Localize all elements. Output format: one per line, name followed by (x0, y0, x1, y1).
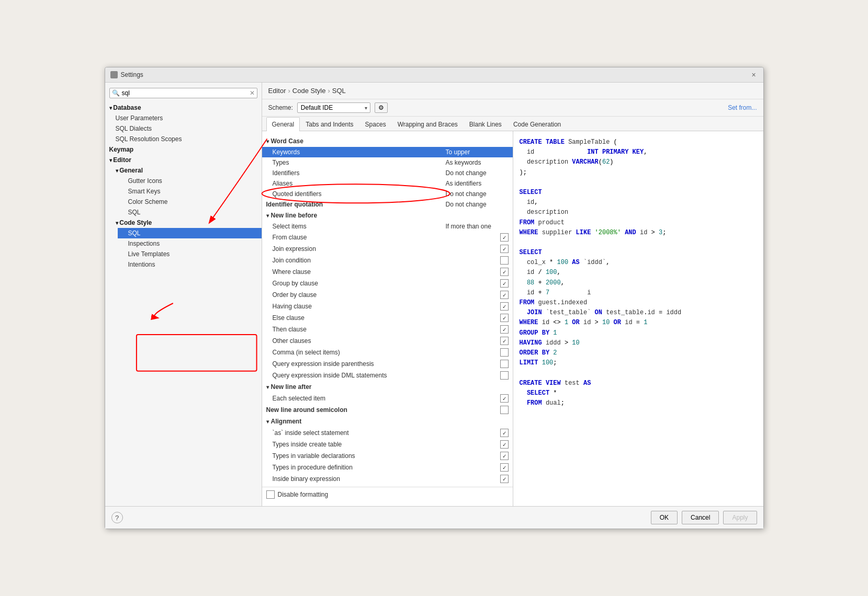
aliases-row[interactable]: Aliases As identifiers (262, 178, 513, 189)
order-by-clause-checkbox[interactable] (500, 291, 509, 299)
other-clauses-checkbox[interactable] (500, 337, 509, 345)
query-dml-checkbox[interactable] (500, 371, 509, 380)
sidebar-item-user-parameters[interactable]: User Parameters (105, 113, 262, 123)
identifiers-row[interactable]: Identifiers Do not change (262, 168, 513, 178)
sidebar-group-general[interactable]: General (114, 165, 262, 176)
identifiers-label: Identifiers (273, 169, 446, 177)
disable-formatting-checkbox[interactable] (266, 490, 275, 499)
keywords-row[interactable]: Keywords To upper (262, 147, 513, 157)
types-row[interactable]: Types As keywords (262, 157, 513, 168)
set-from-link[interactable]: Set from... (728, 104, 757, 111)
tab-tabs-indents[interactable]: Tabs and Indents (300, 117, 359, 131)
having-clause-checkbox[interactable] (500, 302, 509, 311)
sidebar-item-smart-keys[interactable]: Smart Keys (118, 186, 262, 197)
tab-blank-lines[interactable]: Blank Lines (464, 117, 508, 131)
close-button[interactable]: × (750, 71, 758, 79)
search-bar[interactable]: 🔍 ✕ (109, 88, 257, 98)
sidebar-item-sql-color[interactable]: SQL (118, 207, 262, 217)
each-selected-item-checkbox[interactable] (500, 394, 509, 403)
search-input[interactable] (122, 89, 250, 97)
cancel-button[interactable]: Cancel (682, 511, 719, 524)
ok-button[interactable]: OK (651, 511, 678, 524)
query-parenthesis-checkbox[interactable] (500, 360, 509, 368)
from-clause-checkbox[interactable] (500, 233, 509, 242)
where-clause-row[interactable]: Where clause (262, 266, 513, 278)
code-line-18: GROUP BY 1 (520, 328, 757, 338)
tab-code-generation[interactable]: Code Generation (508, 117, 567, 131)
join-condition-checkbox[interactable] (500, 256, 509, 265)
types-variable-checkbox[interactable] (500, 452, 509, 460)
section-alignment[interactable]: ▾ Alignment (262, 416, 513, 427)
comma-select-checkbox[interactable] (500, 348, 509, 357)
as-inside-select-checkbox[interactable] (500, 429, 509, 437)
scheme-label: Scheme: (268, 104, 293, 111)
inside-binary-row[interactable]: Inside binary expression (262, 473, 513, 485)
breadcrumb-sql: SQL (332, 87, 346, 95)
section-new-line-after[interactable]: ▾ New line after (262, 381, 513, 393)
group-by-clause-row[interactable]: Group by clause (262, 278, 513, 289)
sidebar-group-keymap[interactable]: Keymap (105, 144, 262, 155)
where-clause-label: Where clause (273, 268, 500, 276)
join-expression-row[interactable]: Join expression (262, 243, 513, 255)
sidebar-item-intentions[interactable]: Intentions (118, 259, 262, 270)
types-procedure-row[interactable]: Types in procedure definition (262, 462, 513, 473)
section-new-line-before[interactable]: ▾ New line before (262, 210, 513, 221)
order-by-clause-row[interactable]: Order by clause (262, 289, 513, 301)
settings-form: ▾ Word Case Keywords To upper Types As k… (262, 131, 513, 506)
help-button[interactable]: ? (111, 512, 123, 523)
scheme-select[interactable]: Default IDE (297, 102, 370, 113)
join-condition-row[interactable]: Join condition (262, 255, 513, 266)
sidebar-item-gutter-icons[interactable]: Gutter Icons (118, 176, 262, 186)
tab-spaces[interactable]: Spaces (359, 117, 392, 131)
sidebar-item-sql-code-style[interactable]: SQL (118, 228, 262, 238)
each-selected-item-row[interactable]: Each selected item (262, 393, 513, 404)
apply-button[interactable]: Apply (723, 511, 757, 524)
code-line-14: id + 7 i (520, 288, 757, 298)
sidebar-item-live-templates[interactable]: Live Templates (118, 249, 262, 259)
sidebar-item-color-scheme[interactable]: Color Scheme (118, 197, 262, 207)
types-create-table-checkbox[interactable] (500, 440, 509, 449)
then-clause-row[interactable]: Then clause (262, 324, 513, 335)
select-items-row[interactable]: Select items If more than one (262, 221, 513, 232)
new-line-semicolon-checkbox[interactable] (500, 406, 509, 414)
inside-binary-checkbox[interactable] (500, 475, 509, 483)
sidebar-group-database[interactable]: Database (105, 102, 262, 113)
sidebar-group-editor[interactable]: Editor (105, 155, 262, 165)
sidebar: 🔍 ✕ Database User Parameters SQL Dialect… (105, 83, 262, 506)
sidebar-group-code-style[interactable]: Code Style (114, 217, 262, 228)
join-expression-label: Join expression (273, 245, 500, 253)
else-clause-row[interactable]: Else clause (262, 312, 513, 324)
quoted-identifiers-value: Do not change (446, 190, 509, 198)
types-variable-row[interactable]: Types in variable declarations (262, 450, 513, 462)
types-create-table-row[interactable]: Types inside create table (262, 439, 513, 450)
tab-wrapping-braces[interactable]: Wrapping and Braces (392, 117, 464, 131)
breadcrumb-code-style[interactable]: Code Style (292, 87, 326, 95)
sidebar-item-inspections[interactable]: Inspections (118, 238, 262, 249)
types-procedure-checkbox[interactable] (500, 463, 509, 472)
as-inside-select-row[interactable]: `as` inside select statement (262, 427, 513, 439)
identifier-quotation-label: Identifier quotation (266, 201, 446, 208)
having-clause-label: Having clause (273, 303, 500, 310)
else-clause-checkbox[interactable] (500, 314, 509, 322)
then-clause-checkbox[interactable] (500, 325, 509, 334)
where-clause-checkbox[interactable] (500, 268, 509, 276)
search-clear-button[interactable]: ✕ (250, 89, 255, 97)
quoted-identifiers-row[interactable]: Quoted identifiers Do not change (262, 189, 513, 199)
sidebar-item-sql-dialects[interactable]: SQL Dialects (105, 123, 262, 134)
group-by-clause-checkbox[interactable] (500, 279, 509, 288)
sidebar-item-sql-resolution-scopes[interactable]: SQL Resolution Scopes (105, 134, 262, 144)
gear-button[interactable]: ⚙ (375, 102, 388, 113)
query-dml-row[interactable]: Query expression inside DML statements (262, 370, 513, 381)
comma-select-row[interactable]: Comma (in select items) (262, 347, 513, 358)
code-preview: CREATE TABLE SampleTable ( id INT PRIMAR… (513, 131, 763, 506)
other-clauses-row[interactable]: Other clauses (262, 335, 513, 347)
join-expression-checkbox[interactable] (500, 245, 509, 253)
section-word-case[interactable]: ▾ Word Case (262, 135, 513, 147)
breadcrumb-editor[interactable]: Editor (268, 87, 286, 95)
from-clause-row[interactable]: From clause (262, 232, 513, 243)
new-line-before-label: New line before (271, 212, 318, 219)
having-clause-row[interactable]: Having clause (262, 301, 513, 312)
query-parenthesis-row[interactable]: Query expression inside parenthesis (262, 358, 513, 370)
tab-general[interactable]: General (266, 117, 300, 131)
disable-formatting-row[interactable]: Disable formatting (262, 487, 513, 502)
